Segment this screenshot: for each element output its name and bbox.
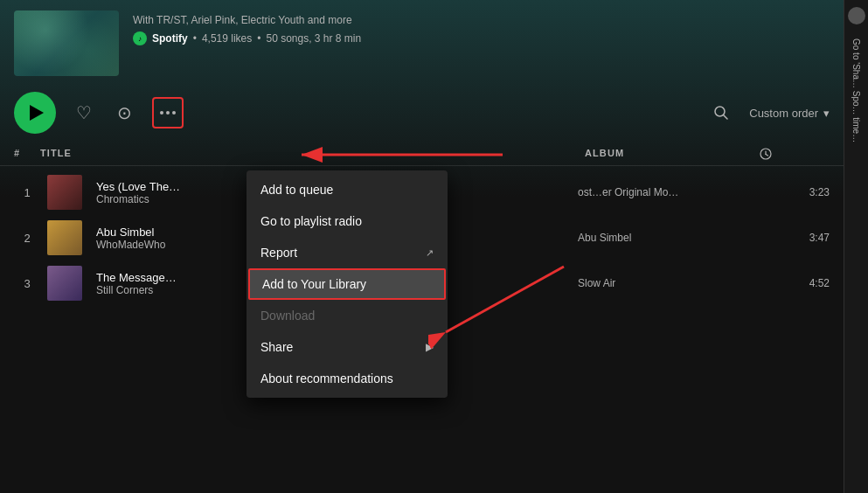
track-duration: 3:23 [760, 186, 830, 198]
playlist-info-row: Spotify • 4,519 likes • 50 songs, 3 hr 8… [133, 31, 830, 45]
track-number: 1 [14, 186, 40, 199]
track-album: ost…er Original Mo… [578, 186, 753, 198]
songs-duration: 50 songs, 3 hr 8 min [266, 32, 361, 45]
menu-item-download: Download [247, 300, 448, 331]
menu-item-playlist-radio[interactable]: Go to playlist radio [247, 205, 448, 237]
menu-item-add-to-library[interactable]: Add to Your Library [248, 268, 446, 300]
search-button[interactable] [709, 101, 733, 125]
separator-dot-2: • [257, 32, 260, 45]
track-duration: 4:52 [760, 277, 830, 289]
track-album: Slow Air [578, 277, 753, 289]
menu-item-label: About recommendations [260, 371, 393, 385]
track-thumbnail [47, 266, 82, 301]
custom-order-button[interactable]: Custom order ▾ [749, 107, 830, 120]
context-menu: Add to queue Go to playlist radio Report… [247, 170, 448, 398]
playlist-art [14, 10, 119, 76]
spotify-logo-icon [133, 31, 147, 45]
submenu-arrow-icon: ▶ [426, 341, 434, 353]
avatar [848, 7, 865, 24]
col-num: # [14, 148, 40, 162]
custom-order-label: Custom order [749, 107, 818, 120]
track-album: Abu Simbel [578, 232, 753, 244]
menu-item-label: Share [260, 340, 293, 354]
track-number: 3 [14, 277, 40, 290]
left-panel: With TR/ST, Ariel Pink, Electric Youth a… [0, 0, 844, 493]
external-link-icon: ↗ [426, 247, 434, 259]
download-button[interactable]: ⊙ [112, 101, 136, 125]
menu-item-label: Report [260, 246, 297, 260]
track-thumbnail [47, 175, 82, 210]
play-button[interactable] [14, 92, 56, 134]
playlist-meta: With TR/ST, Ariel Pink, Electric Youth a… [133, 10, 830, 45]
menu-item-about-recommendations[interactable]: About recommendations [247, 363, 448, 394]
right-panel: Go to 'Sha… Spo… time… [844, 0, 868, 493]
menu-item-label: Go to playlist radio [260, 214, 362, 228]
separator-dot: • [193, 32, 197, 45]
track-duration: 3:47 [760, 232, 830, 244]
svg-line-4 [766, 155, 768, 156]
menu-item-add-to-queue[interactable]: Add to queue [247, 174, 448, 205]
col-duration [760, 148, 830, 162]
col-title: TITLE [40, 148, 585, 162]
col-album: ALBUM [585, 148, 760, 162]
menu-item-share[interactable]: Share ▶ [247, 331, 448, 363]
play-icon [30, 105, 44, 121]
menu-item-label: Add to queue [260, 183, 333, 197]
chevron-down-icon: ▾ [823, 107, 830, 120]
svg-line-1 [724, 115, 728, 120]
search-icon [713, 105, 729, 121]
track-table-header: # TITLE ALBUM [0, 144, 844, 166]
track-number: 2 [14, 232, 40, 245]
dot-3 [172, 111, 176, 115]
like-button[interactable]: ♡ [72, 101, 96, 125]
likes-count: 4,519 likes [202, 32, 252, 45]
controls-row: ♡ ⊙ Custom order ▾ [0, 76, 844, 144]
brand-name: Spotify [152, 32, 188, 45]
menu-item-report[interactable]: Report ↗ [247, 237, 448, 268]
track-thumbnail [47, 220, 82, 255]
main-content: With TR/ST, Ariel Pink, Electric Youth a… [0, 0, 868, 493]
dot-1 [160, 111, 163, 115]
header-section: With TR/ST, Ariel Pink, Electric Youth a… [0, 0, 844, 76]
dot-2 [166, 111, 170, 115]
right-panel-tip: Go to 'Sha… Spo… time… [851, 38, 862, 142]
menu-item-label: Add to Your Library [262, 277, 366, 291]
menu-item-label: Download [260, 309, 315, 323]
more-options-button[interactable] [152, 97, 184, 128]
playlist-subtitle: With TR/ST, Ariel Pink, Electric Youth a… [133, 14, 830, 26]
